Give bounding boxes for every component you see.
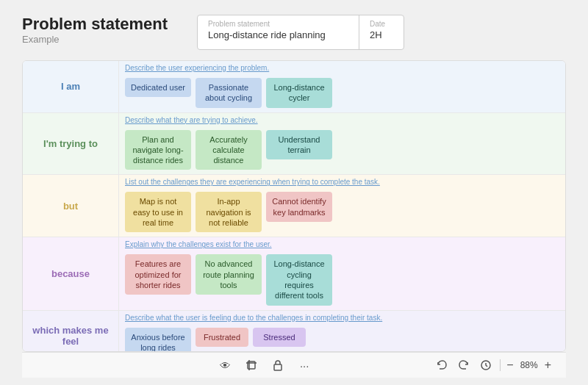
row-content-i-am: Describe the user experiencing the probl… [118, 61, 565, 112]
section-row-but: butList out the challenges they are expe… [23, 175, 565, 237]
page-title: Problem statement [22, 15, 168, 34]
info-problem: Problem statement Long-distance ride pla… [198, 15, 359, 49]
card-i-am-0[interactable]: Dedicated user [125, 78, 191, 97]
row-instruction-trying: Describe what they are trying to achieve… [119, 113, 565, 127]
row-label-which: which makes me feel [29, 325, 112, 347]
problem-label: Problem statement [208, 20, 348, 28]
row-label-cell-but: but [23, 175, 118, 237]
clock-icon[interactable] [478, 357, 494, 373]
header: Problem statement Example Problem statem… [22, 15, 566, 50]
crop-icon[interactable] [243, 357, 259, 373]
undo-icon[interactable] [434, 357, 450, 373]
info-box: Problem statement Long-distance ride pla… [197, 15, 404, 50]
info-date: Date 2H [359, 15, 404, 49]
row-content-because: Explain why the challenges exist for the… [118, 237, 565, 309]
toolbar-divider [500, 359, 501, 371]
row-label-i-am: I am [61, 81, 80, 92]
row-content-which: Describe what the user is feeling due to… [118, 311, 565, 352]
row-instruction-but: List out the challenges they are experie… [119, 175, 565, 189]
card-i-am-2[interactable]: Long-distance cycler [266, 78, 332, 108]
card-but-0[interactable]: Map is not easy to use in real time [125, 192, 191, 232]
card-trying-1[interactable]: Accurately calculate distance [196, 130, 262, 170]
problem-value: Long-distance ride planning [208, 29, 348, 40]
section-row-which: which makes me feelDescribe what the use… [23, 311, 565, 352]
page-subtitle: Example [22, 34, 168, 45]
cards-area-because: Features are optimized for shorter rides… [119, 251, 565, 309]
zoom-level: 88% [518, 360, 540, 370]
zoom-out-button[interactable]: − [506, 359, 513, 371]
row-label-because: because [51, 268, 90, 279]
row-content-but: List out the challenges they are experie… [118, 175, 565, 237]
row-label-but: but [63, 201, 78, 212]
row-instruction-which: Describe what the user is feeling due to… [119, 311, 565, 325]
card-which-2[interactable]: Stressed [253, 328, 306, 347]
card-but-2[interactable]: Cannot identify key landmarks [266, 192, 332, 222]
eye-icon[interactable]: 👁 [217, 357, 233, 373]
cards-area-trying: Plan and navigate long-distance ridesAcc… [119, 127, 565, 175]
card-which-1[interactable]: Frustrated [196, 328, 248, 347]
more-icon[interactable]: ··· [296, 357, 312, 373]
cards-area-which: Anxious before long ridesFrustratedStres… [119, 325, 565, 352]
row-label-cell-because: because [23, 237, 118, 309]
row-instruction-because: Explain why the challenges exist for the… [119, 237, 565, 251]
card-which-0[interactable]: Anxious before long rides [125, 328, 191, 352]
card-but-1[interactable]: In-app navigation is not reliable [196, 192, 262, 232]
card-because-0[interactable]: Features are optimized for shorter rides [125, 254, 191, 295]
zoom-control: − 88% + [506, 359, 551, 371]
row-label-cell-trying: I'm trying to [23, 113, 118, 175]
section-row-i-am: I amDescribe the user experiencing the p… [23, 61, 565, 113]
toolbar-center: 👁 ··· [217, 357, 312, 373]
row-label-cell-which: which makes me feel [23, 311, 118, 352]
date-value: 2H [370, 29, 393, 40]
title-block: Problem statement Example [22, 15, 168, 45]
cards-area-i-am: Dedicated userPassionate about cyclingLo… [119, 75, 565, 112]
row-instruction-i-am: Describe the user experiencing the probl… [119, 61, 565, 75]
section-row-because: becauseExplain why the challenges exist … [23, 237, 565, 310]
lock-icon[interactable] [270, 357, 286, 373]
card-trying-0[interactable]: Plan and navigate long-distance rides [125, 130, 191, 170]
row-label-trying: I'm trying to [43, 138, 98, 149]
cards-area-but: Map is not easy to use in real timeIn-ap… [119, 189, 565, 237]
toolbar: 👁 ··· [22, 352, 566, 378]
zoom-in-button[interactable]: + [545, 359, 551, 371]
section-row-trying: I'm trying toDescribe what they are tryi… [23, 113, 565, 176]
page: Problem statement Example Problem statem… [0, 0, 588, 385]
redo-icon[interactable] [456, 357, 472, 373]
card-because-2[interactable]: Long-distance cycling requires different… [266, 254, 332, 305]
toolbar-right: − 88% + [434, 357, 551, 373]
row-label-cell-i-am: I am [23, 61, 118, 112]
card-because-1[interactable]: No advanced route planning tools [196, 254, 262, 295]
svg-rect-3 [274, 364, 282, 370]
date-label: Date [370, 20, 393, 28]
row-content-trying: Describe what they are trying to achieve… [118, 113, 565, 175]
main-canvas: I amDescribe the user experiencing the p… [22, 60, 566, 352]
card-trying-2[interactable]: Understand terrain [266, 130, 332, 160]
card-i-am-1[interactable]: Passionate about cycling [196, 78, 262, 108]
